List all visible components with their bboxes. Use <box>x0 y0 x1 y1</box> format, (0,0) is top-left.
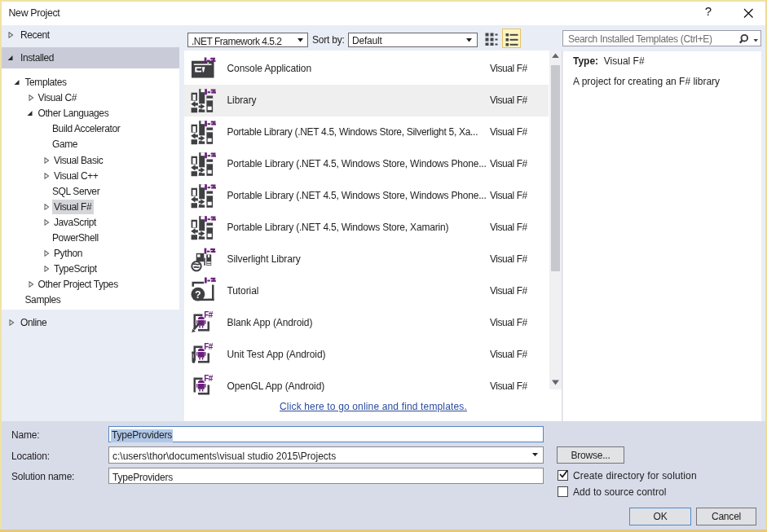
svg-text:?: ? <box>195 288 201 300</box>
svg-text:F#: F# <box>204 373 214 382</box>
svg-text:F#: F# <box>204 310 214 319</box>
svg-text:F#: F# <box>204 341 214 350</box>
